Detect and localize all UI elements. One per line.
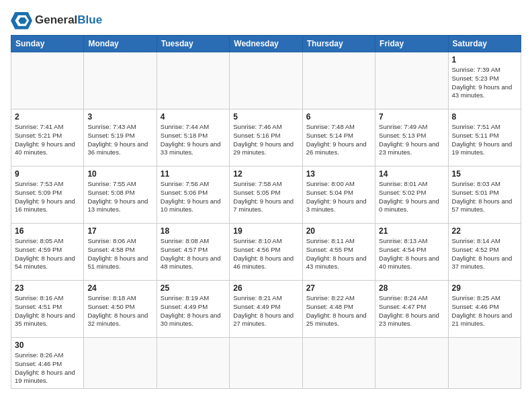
calendar-cell: 16Sunrise: 8:05 AM Sunset: 4:59 PM Dayli… [11, 224, 84, 281]
header-day-monday: Monday [84, 36, 157, 52]
calendar-cell: 23Sunrise: 8:16 AM Sunset: 4:51 PM Dayli… [11, 281, 84, 338]
day-number: 5 [233, 112, 298, 122]
calendar-cell: 17Sunrise: 8:06 AM Sunset: 4:58 PM Dayli… [84, 224, 157, 281]
calendar-cell: 9Sunrise: 7:53 AM Sunset: 5:09 PM Daylig… [11, 167, 84, 224]
calendar-cell [230, 338, 302, 389]
day-info: Sunrise: 8:08 AM Sunset: 4:57 PM Dayligh… [161, 237, 226, 271]
calendar-cell: 25Sunrise: 8:19 AM Sunset: 4:49 PM Dayli… [157, 281, 229, 338]
logo: GeneralBlue [11, 11, 102, 30]
day-info: Sunrise: 8:21 AM Sunset: 4:49 PM Dayligh… [233, 294, 298, 328]
day-number: 2 [15, 112, 80, 122]
day-info: Sunrise: 7:56 AM Sunset: 5:06 PM Dayligh… [161, 180, 226, 214]
calendar-cell [84, 52, 157, 109]
calendar-cell: 8Sunrise: 7:51 AM Sunset: 5:11 PM Daylig… [448, 109, 521, 167]
day-info: Sunrise: 7:55 AM Sunset: 5:08 PM Dayligh… [87, 180, 152, 214]
calendar-cell [230, 52, 302, 109]
calendar-cell: 11Sunrise: 7:56 AM Sunset: 5:06 PM Dayli… [157, 167, 229, 224]
day-number: 17 [87, 226, 152, 236]
calendar-cell [375, 52, 448, 109]
calendar-cell: 24Sunrise: 8:18 AM Sunset: 4:50 PM Dayli… [84, 281, 157, 338]
calendar-cell: 26Sunrise: 8:21 AM Sunset: 4:49 PM Dayli… [230, 281, 302, 338]
calendar-cell: 30Sunrise: 8:26 AM Sunset: 4:46 PM Dayli… [11, 338, 84, 389]
day-number: 30 [15, 340, 80, 350]
day-number: 22 [452, 226, 517, 236]
day-info: Sunrise: 7:46 AM Sunset: 5:16 PM Dayligh… [233, 123, 298, 157]
day-number: 23 [15, 283, 80, 293]
day-info: Sunrise: 7:44 AM Sunset: 5:18 PM Dayligh… [161, 123, 226, 157]
day-info: Sunrise: 7:51 AM Sunset: 5:11 PM Dayligh… [452, 123, 517, 157]
logo-icon [11, 11, 32, 30]
header-day-wednesday: Wednesday [230, 36, 302, 52]
day-info: Sunrise: 8:13 AM Sunset: 4:54 PM Dayligh… [379, 237, 444, 271]
calendar-cell: 21Sunrise: 8:13 AM Sunset: 4:54 PM Dayli… [375, 224, 448, 281]
day-number: 28 [379, 283, 444, 293]
calendar-body: 1Sunrise: 7:39 AM Sunset: 5:23 PM Daylig… [11, 52, 521, 389]
header-row: SundayMondayTuesdayWednesdayThursdayFrid… [11, 36, 521, 52]
header-day-tuesday: Tuesday [157, 36, 229, 52]
day-number: 14 [379, 169, 444, 179]
calendar-cell: 7Sunrise: 7:49 AM Sunset: 5:13 PM Daylig… [375, 109, 448, 167]
header-day-sunday: Sunday [11, 36, 84, 52]
calendar-cell: 14Sunrise: 8:01 AM Sunset: 5:02 PM Dayli… [375, 167, 448, 224]
calendar-cell: 13Sunrise: 8:00 AM Sunset: 5:04 PM Dayli… [302, 167, 375, 224]
calendar-cell [157, 52, 229, 109]
calendar-cell: 1Sunrise: 7:39 AM Sunset: 5:23 PM Daylig… [448, 52, 521, 109]
day-number: 7 [379, 112, 444, 122]
calendar-cell [448, 338, 521, 389]
day-number: 11 [161, 169, 226, 179]
header-day-thursday: Thursday [302, 36, 375, 52]
header: GeneralBlue [11, 11, 521, 30]
day-info: Sunrise: 7:58 AM Sunset: 5:05 PM Dayligh… [233, 180, 298, 214]
day-number: 26 [233, 283, 298, 293]
calendar-cell: 2Sunrise: 7:41 AM Sunset: 5:21 PM Daylig… [11, 109, 84, 167]
day-number: 9 [15, 169, 80, 179]
day-info: Sunrise: 8:19 AM Sunset: 4:49 PM Dayligh… [161, 294, 226, 328]
day-info: Sunrise: 7:53 AM Sunset: 5:09 PM Dayligh… [15, 180, 80, 214]
calendar-cell: 19Sunrise: 8:10 AM Sunset: 4:56 PM Dayli… [230, 224, 302, 281]
day-number: 12 [233, 169, 298, 179]
day-info: Sunrise: 8:25 AM Sunset: 4:46 PM Dayligh… [452, 294, 517, 328]
day-info: Sunrise: 8:22 AM Sunset: 4:48 PM Dayligh… [306, 294, 371, 328]
day-info: Sunrise: 8:24 AM Sunset: 4:47 PM Dayligh… [379, 294, 444, 328]
header-day-friday: Friday [375, 36, 448, 52]
day-info: Sunrise: 8:18 AM Sunset: 4:50 PM Dayligh… [87, 294, 152, 328]
day-number: 16 [15, 226, 80, 236]
day-number: 25 [161, 283, 226, 293]
day-number: 20 [306, 226, 371, 236]
calendar-cell: 4Sunrise: 7:44 AM Sunset: 5:18 PM Daylig… [157, 109, 229, 167]
day-number: 10 [87, 169, 152, 179]
day-info: Sunrise: 8:16 AM Sunset: 4:51 PM Dayligh… [15, 294, 80, 328]
day-info: Sunrise: 8:11 AM Sunset: 4:55 PM Dayligh… [306, 237, 371, 271]
logo-text: GeneralBlue [35, 14, 102, 27]
calendar-cell: 20Sunrise: 8:11 AM Sunset: 4:55 PM Dayli… [302, 224, 375, 281]
day-number: 13 [306, 169, 371, 179]
calendar-week-2: 9Sunrise: 7:53 AM Sunset: 5:09 PM Daylig… [11, 167, 521, 224]
day-info: Sunrise: 8:00 AM Sunset: 5:04 PM Dayligh… [306, 180, 371, 214]
day-number: 29 [452, 283, 517, 293]
calendar-cell: 28Sunrise: 8:24 AM Sunset: 4:47 PM Dayli… [375, 281, 448, 338]
day-info: Sunrise: 8:10 AM Sunset: 4:56 PM Dayligh… [233, 237, 298, 271]
calendar-cell: 12Sunrise: 7:58 AM Sunset: 5:05 PM Dayli… [230, 167, 302, 224]
day-info: Sunrise: 7:39 AM Sunset: 5:23 PM Dayligh… [452, 66, 517, 100]
day-number: 18 [161, 226, 226, 236]
calendar-cell: 3Sunrise: 7:43 AM Sunset: 5:19 PM Daylig… [84, 109, 157, 167]
day-number: 8 [452, 112, 517, 122]
day-number: 15 [452, 169, 517, 179]
day-number: 21 [379, 226, 444, 236]
calendar-cell: 18Sunrise: 8:08 AM Sunset: 4:57 PM Dayli… [157, 224, 229, 281]
calendar-cell [302, 52, 375, 109]
calendar-cell [84, 338, 157, 389]
calendar-cell [375, 338, 448, 389]
calendar-cell: 15Sunrise: 8:03 AM Sunset: 5:01 PM Dayli… [448, 167, 521, 224]
calendar-cell: 5Sunrise: 7:46 AM Sunset: 5:16 PM Daylig… [230, 109, 302, 167]
day-info: Sunrise: 8:26 AM Sunset: 4:46 PM Dayligh… [15, 351, 80, 385]
calendar-week-0: 1Sunrise: 7:39 AM Sunset: 5:23 PM Daylig… [11, 52, 521, 109]
calendar-cell: 6Sunrise: 7:48 AM Sunset: 5:14 PM Daylig… [302, 109, 375, 167]
day-info: Sunrise: 8:14 AM Sunset: 4:52 PM Dayligh… [452, 237, 517, 271]
day-info: Sunrise: 7:41 AM Sunset: 5:21 PM Dayligh… [15, 123, 80, 157]
day-number: 3 [87, 112, 152, 122]
day-info: Sunrise: 7:49 AM Sunset: 5:13 PM Dayligh… [379, 123, 444, 157]
day-number: 24 [87, 283, 152, 293]
day-info: Sunrise: 8:01 AM Sunset: 5:02 PM Dayligh… [379, 180, 444, 214]
day-number: 19 [233, 226, 298, 236]
